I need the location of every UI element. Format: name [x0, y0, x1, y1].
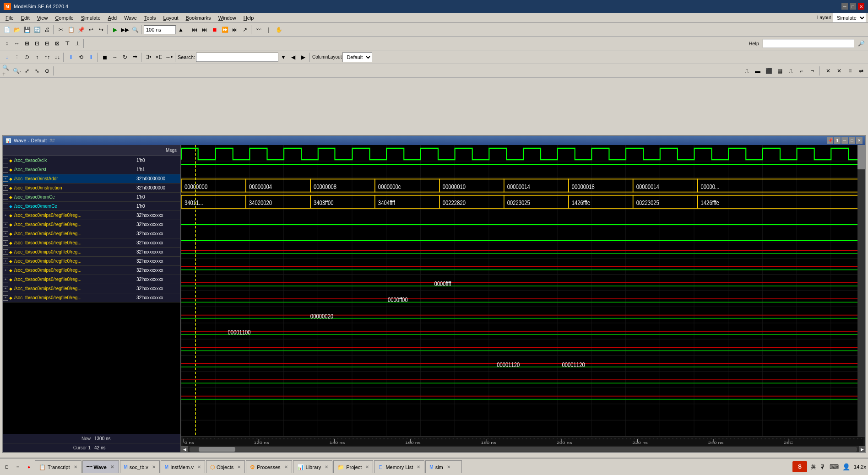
memory-list-close[interactable]: ✕ — [417, 464, 420, 470]
cursor-button[interactable]: | — [264, 25, 274, 35]
transcript-close[interactable]: ✕ — [74, 464, 77, 470]
expand-icon[interactable]: + — [3, 176, 8, 182]
signal-row[interactable]: + ◆ /soc_tb/soc0/mips0/regfile0/reg... 3… — [3, 266, 180, 275]
tray-person[interactable]: 👤 — [842, 463, 850, 470]
tb2-btn7[interactable]: ⊤ — [62, 38, 72, 49]
tab-library[interactable]: 📊 Library ✕ — [293, 460, 333, 473]
find-button[interactable]: 🔍 — [130, 25, 140, 35]
add-clock-btn[interactable]: ⏲ — [22, 52, 32, 62]
search-prev[interactable]: ◀ — [288, 52, 298, 62]
zoom-out-btn[interactable]: 🔍- — [12, 66, 22, 76]
menu-simulate[interactable]: Simulate — [77, 14, 104, 22]
menu-view[interactable]: View — [33, 14, 52, 22]
layout-select[interactable]: Simulate Debug — [833, 13, 866, 23]
menu-help[interactable]: Help — [240, 14, 258, 22]
tb2-btn4[interactable]: ⊡ — [32, 38, 42, 49]
tray-mic[interactable]: 🎙 — [819, 463, 826, 470]
marker4[interactable]: ⇌ — [856, 66, 866, 76]
tb3-btn15[interactable]: ×E — [154, 52, 164, 62]
tab-memory-list[interactable]: 🗒 Memory List ✕ — [374, 460, 424, 473]
search-input[interactable] — [196, 53, 278, 62]
zoom-full-btn[interactable]: ⤢ — [22, 66, 32, 76]
tab-wave[interactable]: 〰 Wave ✕ — [82, 460, 119, 473]
tb3-btn13[interactable]: ⮕ — [130, 52, 140, 62]
col-layout-select[interactable]: Default — [342, 52, 372, 62]
project-close[interactable]: ✕ — [365, 464, 369, 470]
signal-row[interactable]: ◆ /soc_tb/soc0/rst 1'h1 — [3, 165, 180, 174]
expand-icon[interactable] — [3, 158, 8, 163]
tb3-btn8[interactable]: ⟲ — [76, 52, 86, 62]
expand-icon[interactable]: + — [3, 240, 8, 246]
tb3-btn9[interactable]: ⬆ — [86, 52, 96, 62]
menu-wave[interactable]: Wave — [120, 14, 141, 22]
expand-icon[interactable]: + — [3, 268, 8, 273]
processes-close[interactable]: ✕ — [284, 464, 288, 470]
signal-row[interactable]: + ◆ /soc_tb/soc0/mips0/regfile0/reg... 3… — [3, 275, 180, 284]
tray-keyboard[interactable]: ⌨ — [830, 463, 839, 470]
tb3-btn14[interactable]: 3• — [144, 52, 154, 62]
print-button[interactable]: 🖨 — [42, 25, 52, 35]
signal-row[interactable]: + ◆ /soc_tb/soc0/mips0/regfile0/reg... 3… — [3, 211, 180, 220]
wave-shape4[interactable]: ▤ — [775, 66, 785, 76]
waveform-canvas[interactable]: 00000000 00000004 00000008 0000000c 0000… — [181, 145, 865, 437]
wave-button[interactable]: 〰 — [254, 25, 264, 35]
tb3-btn11[interactable]: → — [110, 52, 120, 62]
expand-icon[interactable]: + — [3, 249, 8, 255]
marker2[interactable]: ✕ — [834, 66, 844, 76]
tab-processes[interactable]: ⚙ Processes ✕ — [246, 460, 292, 473]
objects-close[interactable]: ✕ — [237, 464, 241, 470]
tb2-btn5[interactable]: ⊟ — [42, 38, 52, 49]
open-button[interactable]: 📂 — [12, 25, 22, 35]
signal-row[interactable]: + ◆ /soc_tb/soc0/mips0/regfile0/reg... 3… — [3, 248, 180, 257]
tb-red-icon[interactable]: ● — [24, 462, 34, 472]
copy-button[interactable]: 📋 — [66, 25, 76, 35]
run-button[interactable]: ▶ — [110, 25, 120, 35]
soc-tb-close[interactable]: ✕ — [152, 464, 156, 470]
refresh-button[interactable]: 🔄 — [32, 25, 42, 35]
scroll-left-btn[interactable]: ◀ — [181, 446, 188, 453]
signal-row[interactable]: + ◆ /soc_tb/soc0/mips0/regfile0/reg... 3… — [3, 229, 180, 238]
stop-button[interactable]: ⏹ — [210, 25, 220, 35]
zoom-in-btn[interactable]: 🔍+ — [2, 66, 12, 76]
wave-shape2[interactable]: ▬ — [753, 66, 763, 76]
wave-close-btn[interactable]: ✕ — [856, 137, 863, 144]
zoom-cursor-btn[interactable]: ⊙ — [42, 66, 52, 76]
menu-add[interactable]: Add — [104, 14, 121, 22]
step-out-button[interactable]: ↗ — [240, 25, 250, 35]
grab-button[interactable]: ✋ — [274, 25, 284, 35]
library-close[interactable]: ✕ — [325, 464, 328, 470]
save-button[interactable]: 💾 — [22, 25, 32, 35]
run-time-input[interactable] — [144, 25, 176, 34]
tab-instmem[interactable]: M InstMem.v ✕ — [161, 460, 205, 473]
signal-row[interactable]: + ◆ /soc_tb/soc0/instAddr 32'h00000000 — [3, 174, 180, 184]
tab-transcript[interactable]: 📋 Transcript ✕ — [35, 460, 81, 473]
h-scrollbar[interactable]: ◀ ▶ — [181, 446, 865, 452]
signal-row[interactable]: + ◆ /soc_tb/soc0/mips0/regfile0/reg... 3… — [3, 220, 180, 229]
tb2-btn8[interactable]: ⊥ — [72, 38, 82, 49]
signal-row[interactable]: + ◆ /soc_tb/soc0/mips0/regfile0/reg... 3… — [3, 284, 180, 293]
instmem-close[interactable]: ✕ — [197, 464, 201, 470]
signal-row[interactable]: ◆ /soc_tb/soc0/memCe 1'h0 — [3, 202, 180, 211]
restart-button[interactable]: ⏮ — [190, 25, 200, 35]
menu-window[interactable]: Window — [215, 14, 240, 22]
expand-icon[interactable] — [3, 194, 8, 200]
step-over-button[interactable]: ⏭ — [230, 25, 240, 35]
signal-row[interactable]: + ◆ /soc_tb/soc0/mips0/regfile0/reg... 3… — [3, 293, 180, 302]
tb-new-icon[interactable]: 🗋 — [2, 462, 12, 472]
paste-button[interactable]: 📌 — [76, 25, 86, 35]
wave-shape3[interactable]: ⬛ — [764, 66, 774, 76]
close-button[interactable]: ✕ — [858, 3, 864, 10]
menu-layout[interactable]: Layout — [160, 14, 182, 22]
expand-icon[interactable] — [3, 204, 8, 209]
wave-max-btn[interactable]: □ — [849, 137, 855, 144]
signal-row[interactable]: + ◆ /soc_tb/soc0/mips0/regfile0/reg... 3… — [3, 238, 180, 248]
marker1[interactable]: ✕ — [823, 66, 833, 76]
menu-file[interactable]: File — [2, 14, 17, 22]
wave-close[interactable]: ✕ — [110, 464, 114, 470]
tb2-btn1[interactable]: ↕ — [2, 38, 12, 49]
wave-float-btn[interactable]: ⬆ — [834, 137, 841, 144]
search-next[interactable]: ▶ — [298, 52, 309, 62]
new-button[interactable]: 📄 — [2, 25, 12, 35]
tab-sim[interactable]: M sim ✕ — [425, 460, 462, 473]
expand-icon[interactable] — [3, 167, 8, 173]
